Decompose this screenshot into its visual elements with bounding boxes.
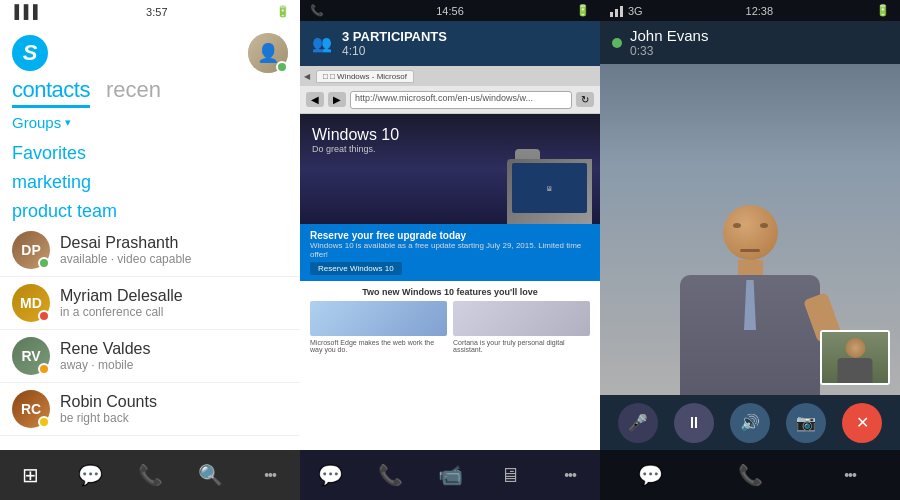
network-type: 3G — [628, 5, 643, 17]
conference-panel: 📞 14:56 🔋 👥 3 PARTICIPANTS 4:10 ◀ □ □ Wi… — [300, 0, 600, 500]
caller-info: John Evans 0:33 — [630, 27, 708, 58]
contact-name: Myriam Delesalle — [60, 287, 288, 305]
nav-chat-icon[interactable]: 💬 — [70, 455, 110, 495]
groups-row[interactable]: Groups ▾ — [0, 108, 300, 137]
time-3: 12:38 — [746, 5, 774, 17]
feature-img-2 — [453, 301, 590, 336]
call-info: 3 PARTICIPANTS 4:10 — [342, 29, 588, 58]
nav-search-icon[interactable]: 🔍 — [190, 455, 230, 495]
caller-name: John Evans — [630, 27, 708, 44]
tie — [744, 280, 756, 330]
video-call-panel: 3G 12:38 🔋 John Evans 0:33 — [600, 0, 900, 500]
conf-nav-phone[interactable]: 📞 — [370, 455, 410, 495]
status-dot-green — [38, 257, 50, 269]
mouth — [740, 249, 760, 252]
status-dot-orange — [38, 363, 50, 375]
skype-logo: S — [12, 35, 48, 71]
features-row: Microsoft Edge makes the web work the wa… — [310, 301, 590, 353]
video-nav-phone[interactable]: 📞 — [730, 455, 770, 495]
contact-info-desai: Desai Prashanth available · video capabl… — [60, 234, 288, 266]
feature-text-2: Cortana is your truly personal digital a… — [453, 339, 565, 353]
feature-img-1 — [310, 301, 447, 336]
contact-info-rene: Rene Valdes away · mobile — [60, 340, 288, 372]
screen-share-area: ◀ □ □ Windows - Microsof ◀ ▶ http://www.… — [300, 66, 600, 450]
pause-button[interactable]: ⏸ — [674, 403, 714, 443]
battery-3: 🔋 — [876, 4, 890, 17]
main-person-neck — [738, 260, 763, 275]
speaker-button[interactable]: 🔊 — [730, 403, 770, 443]
conf-nav-more[interactable]: ••• — [550, 455, 590, 495]
eye-right — [760, 223, 768, 228]
back-button[interactable]: ◀ — [306, 92, 324, 107]
video-status-dot — [612, 38, 622, 48]
conf-nav-video[interactable]: 📹 — [430, 455, 470, 495]
forward-button[interactable]: ▶ — [328, 92, 346, 107]
contact-item[interactable]: DP Desai Prashanth available · video cap… — [0, 224, 300, 277]
profile-status-dot — [276, 61, 288, 73]
tabs-row: contacts recen — [0, 73, 300, 108]
main-person-head — [723, 205, 778, 260]
profile-avatar[interactable]: 👤 — [248, 33, 288, 73]
browser-content: Windows 10 Do great things. 🖥 Reserve yo… — [300, 114, 600, 450]
end-call-button[interactable]: ✕ — [842, 403, 882, 443]
browser-mockup: ◀ □ □ Windows - Microsof ◀ ▶ http://www.… — [300, 66, 600, 450]
conf-nav-screen[interactable]: 🖥 — [490, 455, 530, 495]
participants-count: 3 PARTICIPANTS — [342, 29, 588, 44]
contacts-list: DP Desai Prashanth available · video cap… — [0, 224, 300, 450]
contact-name: Rene Valdes — [60, 340, 288, 358]
video-nav-chat[interactable]: 💬 — [630, 455, 670, 495]
browser-tab-text: □ Windows - Microsof — [330, 72, 407, 81]
header-top: S 👤 — [0, 27, 300, 73]
camera-button[interactable]: 📷 — [786, 403, 826, 443]
pip-head — [845, 338, 865, 358]
nav-more-icon[interactable]: ••• — [250, 455, 290, 495]
contact-item[interactable]: MD Myriam Delesalle in a conference call — [0, 277, 300, 330]
win10-title: Windows 10 — [312, 126, 399, 144]
pip-video — [820, 330, 890, 385]
browser-tab-active[interactable]: □ □ Windows - Microsof — [316, 70, 414, 83]
reserve-button[interactable]: Reserve Windows 10 — [310, 262, 402, 275]
browser-tab-label: □ — [323, 72, 330, 81]
win10-text: Windows 10 Do great things. — [312, 126, 399, 154]
contact-info-myriam: Myriam Delesalle in a conference call — [60, 287, 288, 319]
win10-subtitle: Do great things. — [312, 144, 399, 154]
main-video — [600, 64, 900, 395]
browser-tabs: ◀ □ □ Windows - Microsof — [300, 66, 600, 86]
conf-nav-chat[interactable]: 💬 — [310, 455, 350, 495]
section-marketing[interactable]: marketing — [0, 166, 300, 195]
win10-banner-desc: Windows 10 is available as a free update… — [310, 241, 590, 259]
address-bar[interactable]: http://www.microsoft.com/en-us/windows/w… — [350, 91, 572, 109]
section-favorites[interactable]: Favorites — [0, 137, 300, 166]
features-title: Two new Windows 10 features you'll love — [310, 287, 590, 297]
nav-phone-icon[interactable]: 📞 — [130, 455, 170, 495]
video-header: John Evans 0:33 — [600, 21, 900, 64]
pip-render — [822, 332, 888, 383]
contact-item[interactable]: RV Rene Valdes away · mobile — [0, 330, 300, 383]
avatar-desai: DP — [12, 231, 50, 269]
contact-status: in a conference call — [60, 305, 288, 319]
battery-1: 🔋 — [276, 5, 290, 18]
win10-hero: Windows 10 Do great things. 🖥 — [300, 114, 600, 224]
feature-2: Cortana is your truly personal digital a… — [453, 301, 590, 353]
groups-label: Groups — [12, 114, 61, 131]
participants-icon: 👥 — [312, 34, 332, 53]
video-bottom-nav: 💬 📞 ••• — [600, 450, 900, 500]
tab-recent[interactable]: recen — [106, 77, 161, 108]
section-product-team[interactable]: product team — [0, 195, 300, 224]
time-2: 14:56 — [436, 5, 464, 17]
call-duration-2: 4:10 — [342, 44, 588, 58]
tab-contacts[interactable]: contacts — [12, 77, 90, 108]
browser-back-btn[interactable]: ◀ — [304, 72, 310, 81]
conf-bottom-nav: 💬 📞 📹 🖥 ••• — [300, 450, 600, 500]
signal-strength: ▐▐▐ — [10, 4, 38, 19]
nav-grid-icon[interactable]: ⊞ — [10, 455, 50, 495]
video-nav-more[interactable]: ••• — [830, 455, 870, 495]
contact-status: away · mobile — [60, 358, 288, 372]
status-bar-1: ▐▐▐ 3:57 🔋 — [0, 0, 300, 23]
eye-left — [733, 223, 741, 228]
refresh-button[interactable]: ↻ — [576, 92, 594, 107]
main-person-render — [680, 205, 820, 395]
mute-button[interactable]: 🎤 — [618, 403, 658, 443]
contact-name: Desai Prashanth — [60, 234, 288, 252]
contact-item[interactable]: RC Robin Counts be right back — [0, 383, 300, 436]
